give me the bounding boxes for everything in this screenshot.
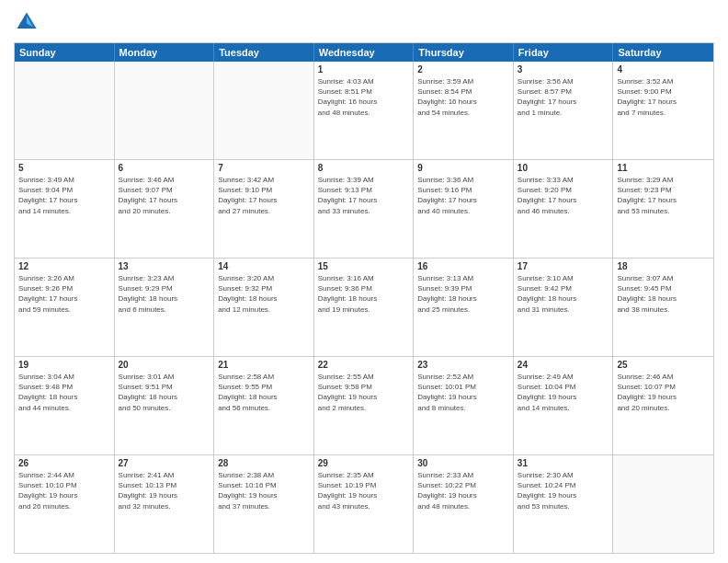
day-info: Sunrise: 3:36 AM Sunset: 9:16 PM Dayligh… — [417, 175, 509, 216]
day-number: 2 — [417, 64, 509, 75]
day-cell: 19Sunrise: 3:04 AM Sunset: 9:48 PM Dayli… — [15, 357, 115, 454]
day-cell: 25Sunrise: 2:46 AM Sunset: 10:07 PM Dayl… — [613, 357, 713, 454]
day-info: Sunrise: 3:42 AM Sunset: 9:10 PM Dayligh… — [218, 175, 310, 216]
day-info: Sunrise: 3:04 AM Sunset: 9:48 PM Dayligh… — [18, 372, 110, 413]
calendar-header: SundayMondayTuesdayWednesdayThursdayFrid… — [15, 43, 713, 62]
day-cell: 31Sunrise: 2:30 AM Sunset: 10:24 PM Dayl… — [514, 455, 614, 553]
day-number: 7 — [218, 163, 310, 173]
day-cell: 22Sunrise: 2:55 AM Sunset: 9:58 PM Dayli… — [314, 357, 415, 454]
day-cell: 26Sunrise: 2:44 AM Sunset: 10:10 PM Dayl… — [15, 455, 115, 553]
day-cell: 2Sunrise: 3:59 AM Sunset: 8:54 PM Daylig… — [414, 62, 514, 159]
calendar-row: 5Sunrise: 3:49 AM Sunset: 9:04 PM Daylig… — [15, 160, 713, 259]
page: SundayMondayTuesdayWednesdayThursdayFrid… — [0, 0, 728, 563]
weekday-header: Saturday — [613, 43, 713, 62]
day-info: Sunrise: 2:49 AM Sunset: 10:04 PM Daylig… — [518, 372, 609, 413]
weekday-header: Monday — [115, 43, 215, 62]
day-info: Sunrise: 3:16 AM Sunset: 9:36 PM Dayligh… — [318, 273, 410, 315]
day-number: 29 — [318, 458, 410, 468]
calendar-row: 12Sunrise: 3:26 AM Sunset: 9:26 PM Dayli… — [15, 259, 713, 357]
day-info: Sunrise: 3:52 AM Sunset: 9:00 PM Dayligh… — [617, 76, 710, 118]
day-number: 11 — [617, 163, 710, 173]
day-info: Sunrise: 3:59 AM Sunset: 8:54 PM Dayligh… — [417, 76, 509, 118]
day-cell: 21Sunrise: 2:58 AM Sunset: 9:55 PM Dayli… — [214, 357, 314, 454]
weekday-header: Tuesday — [214, 43, 314, 62]
day-info: Sunrise: 3:13 AM Sunset: 9:39 PM Dayligh… — [417, 273, 509, 315]
day-number: 16 — [417, 261, 509, 271]
empty-cell — [613, 455, 713, 553]
calendar-row: 26Sunrise: 2:44 AM Sunset: 10:10 PM Dayl… — [15, 455, 713, 553]
day-number: 3 — [518, 64, 609, 75]
day-cell: 15Sunrise: 3:16 AM Sunset: 9:36 PM Dayli… — [314, 259, 415, 356]
day-info: Sunrise: 3:01 AM Sunset: 9:51 PM Dayligh… — [119, 372, 210, 413]
empty-cell — [15, 62, 115, 159]
day-number: 19 — [18, 360, 110, 370]
header — [14, 9, 714, 35]
day-number: 24 — [518, 360, 609, 370]
day-info: Sunrise: 3:46 AM Sunset: 9:07 PM Dayligh… — [119, 175, 210, 216]
day-number: 9 — [417, 163, 509, 173]
day-number: 4 — [617, 64, 710, 75]
weekday-header: Wednesday — [314, 43, 415, 62]
day-cell: 10Sunrise: 3:33 AM Sunset: 9:20 PM Dayli… — [514, 160, 614, 258]
day-cell: 13Sunrise: 3:23 AM Sunset: 9:29 PM Dayli… — [115, 259, 215, 356]
day-cell: 7Sunrise: 3:42 AM Sunset: 9:10 PM Daylig… — [214, 160, 314, 258]
day-cell: 20Sunrise: 3:01 AM Sunset: 9:51 PM Dayli… — [115, 357, 215, 454]
day-info: Sunrise: 3:56 AM Sunset: 8:57 PM Dayligh… — [518, 76, 609, 118]
logo — [14, 9, 43, 35]
day-number: 30 — [417, 458, 509, 468]
day-number: 25 — [617, 360, 710, 370]
day-number: 12 — [18, 261, 110, 271]
day-info: Sunrise: 3:49 AM Sunset: 9:04 PM Dayligh… — [18, 175, 110, 216]
day-info: Sunrise: 2:58 AM Sunset: 9:55 PM Dayligh… — [218, 372, 310, 413]
calendar-row: 19Sunrise: 3:04 AM Sunset: 9:48 PM Dayli… — [15, 357, 713, 455]
calendar: SundayMondayTuesdayWednesdayThursdayFrid… — [14, 42, 714, 554]
day-info: Sunrise: 2:46 AM Sunset: 10:07 PM Daylig… — [617, 372, 710, 413]
day-number: 22 — [318, 360, 410, 370]
day-number: 27 — [119, 458, 210, 468]
day-number: 10 — [518, 163, 609, 173]
day-cell: 12Sunrise: 3:26 AM Sunset: 9:26 PM Dayli… — [15, 259, 115, 356]
day-info: Sunrise: 2:41 AM Sunset: 10:13 PM Daylig… — [119, 470, 210, 511]
day-info: Sunrise: 3:33 AM Sunset: 9:20 PM Dayligh… — [518, 175, 609, 216]
day-cell: 24Sunrise: 2:49 AM Sunset: 10:04 PM Dayl… — [514, 357, 614, 454]
day-number: 13 — [119, 261, 210, 271]
day-number: 28 — [218, 458, 310, 468]
day-info: Sunrise: 2:52 AM Sunset: 10:01 PM Daylig… — [417, 372, 509, 413]
day-cell: 1Sunrise: 4:03 AM Sunset: 8:51 PM Daylig… — [314, 62, 415, 159]
calendar-body: 1Sunrise: 4:03 AM Sunset: 8:51 PM Daylig… — [15, 62, 713, 553]
empty-cell — [115, 62, 215, 159]
day-cell: 23Sunrise: 2:52 AM Sunset: 10:01 PM Dayl… — [414, 357, 514, 454]
day-cell: 4Sunrise: 3:52 AM Sunset: 9:00 PM Daylig… — [613, 62, 713, 159]
day-cell: 27Sunrise: 2:41 AM Sunset: 10:13 PM Dayl… — [115, 455, 215, 553]
day-cell: 28Sunrise: 2:38 AM Sunset: 10:16 PM Dayl… — [214, 455, 314, 553]
logo-icon — [14, 9, 40, 35]
day-info: Sunrise: 2:44 AM Sunset: 10:10 PM Daylig… — [18, 470, 110, 511]
day-info: Sunrise: 2:55 AM Sunset: 9:58 PM Dayligh… — [318, 372, 410, 413]
day-info: Sunrise: 3:29 AM Sunset: 9:23 PM Dayligh… — [617, 175, 710, 216]
day-cell: 9Sunrise: 3:36 AM Sunset: 9:16 PM Daylig… — [414, 160, 514, 258]
day-number: 26 — [18, 458, 110, 468]
day-cell: 6Sunrise: 3:46 AM Sunset: 9:07 PM Daylig… — [115, 160, 215, 258]
weekday-header: Thursday — [414, 43, 514, 62]
day-info: Sunrise: 3:07 AM Sunset: 9:45 PM Dayligh… — [617, 273, 710, 315]
day-info: Sunrise: 2:35 AM Sunset: 10:19 PM Daylig… — [318, 470, 410, 511]
day-number: 23 — [417, 360, 509, 370]
day-cell: 11Sunrise: 3:29 AM Sunset: 9:23 PM Dayli… — [613, 160, 713, 258]
day-number: 14 — [218, 261, 310, 271]
day-number: 17 — [518, 261, 609, 271]
day-info: Sunrise: 3:26 AM Sunset: 9:26 PM Dayligh… — [18, 273, 110, 315]
day-cell: 5Sunrise: 3:49 AM Sunset: 9:04 PM Daylig… — [15, 160, 115, 258]
day-cell: 17Sunrise: 3:10 AM Sunset: 9:42 PM Dayli… — [514, 259, 614, 356]
day-number: 6 — [119, 163, 210, 173]
day-cell: 16Sunrise: 3:13 AM Sunset: 9:39 PM Dayli… — [414, 259, 514, 356]
day-cell: 14Sunrise: 3:20 AM Sunset: 9:32 PM Dayli… — [214, 259, 314, 356]
day-number: 15 — [318, 261, 410, 271]
day-cell: 29Sunrise: 2:35 AM Sunset: 10:19 PM Dayl… — [314, 455, 415, 553]
day-info: Sunrise: 3:39 AM Sunset: 9:13 PM Dayligh… — [318, 175, 410, 216]
day-number: 31 — [518, 458, 609, 468]
day-cell: 18Sunrise: 3:07 AM Sunset: 9:45 PM Dayli… — [613, 259, 713, 356]
calendar-row: 1Sunrise: 4:03 AM Sunset: 8:51 PM Daylig… — [15, 62, 713, 160]
day-cell: 8Sunrise: 3:39 AM Sunset: 9:13 PM Daylig… — [314, 160, 415, 258]
day-cell: 30Sunrise: 2:33 AM Sunset: 10:22 PM Dayl… — [414, 455, 514, 553]
day-number: 18 — [617, 261, 710, 271]
